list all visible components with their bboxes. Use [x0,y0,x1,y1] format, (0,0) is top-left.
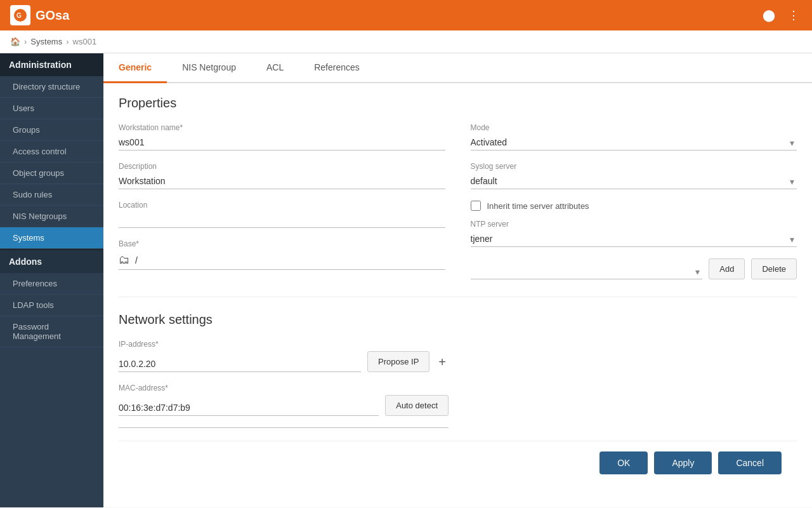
ntp-select-wrapper: tjener none [471,231,797,247]
mac-label: MAC-address* [119,384,449,392]
syslog-group: Syslog server default none [471,162,797,189]
topbar-actions: ⬤ ⋮ [760,6,802,25]
mac-group: MAC-address* Auto detect [119,384,449,416]
properties-grid: Workstation name* Description Location B… [119,123,797,281]
base-input[interactable] [135,255,445,265]
auto-detect-button[interactable]: Auto detect [385,395,449,416]
tab-nis-netgroup[interactable]: NIS Netgroup [167,53,251,83]
propose-ip-button[interactable]: Propose IP [367,351,429,372]
breadcrumb: 🏠 › Systems › ws001 [0,30,812,53]
sidebar-item-groups[interactable]: Groups [0,119,103,141]
tabs-bar: Generic NIS Netgroup ACL References [103,53,812,83]
tab-generic[interactable]: Generic [103,53,167,83]
sidebar-item-preferences[interactable]: Preferences [0,273,103,295]
sidebar-item-systems[interactable]: Systems [0,227,103,249]
network-form: IP-address* Propose IP + MAC-address* [119,340,449,428]
cancel-button[interactable]: Cancel [718,451,782,474]
ok-button[interactable]: OK [599,451,648,474]
workstation-name-label: Workstation name* [119,123,445,132]
mode-select[interactable]: Activated Locked Maintenance [471,135,797,150]
breadcrumb-current: ws001 [73,37,97,46]
location-group: Location [119,201,445,228]
ip-group: IP-address* Propose IP + [119,340,449,372]
description-input[interactable] [119,173,445,189]
add-button[interactable]: Add [709,258,745,279]
ip-input[interactable] [119,356,361,372]
description-group: Description [119,162,445,189]
sidebar-item-directory-structure[interactable]: Directory structure [0,76,103,98]
ip-input-wrap [119,356,361,372]
sidebar-section-addons: Addons [0,249,103,273]
add-ip-button[interactable]: + [436,352,449,372]
mac-input-wrap [119,400,379,416]
ntp-label: NTP server [471,220,797,229]
sidebar-section-administration: Administration [0,53,103,76]
description-label: Description [119,162,445,171]
base-label: Base* [119,239,445,248]
tab-references[interactable]: References [299,53,375,83]
footer-buttons: OK Apply Cancel [119,441,797,485]
syslog-select-wrapper: default none [471,173,797,189]
location-input[interactable] [119,212,445,228]
props-right-col: Mode Activated Locked Maintenance Syslog… [471,123,797,281]
sidebar-item-password-management[interactable]: Password Management [0,316,103,347]
sidebar-item-nis-netgroups[interactable]: NIS Netgroups [0,206,103,227]
ntp-select[interactable]: tjener none [471,231,797,247]
breadcrumb-sep2: › [66,37,69,46]
properties-title: Properties [119,96,797,110]
menu-button[interactable]: ⋮ [785,6,802,25]
sidebar: Administration Directory structure Users… [0,53,103,507]
breadcrumb-sep1: › [24,37,27,46]
ntp-group: NTP server tjener none [471,220,797,247]
ntp-empty-select-wrap [471,264,703,279]
mode-label: Mode [471,123,797,132]
ip-label: IP-address* [119,340,449,349]
sidebar-item-object-groups[interactable]: Object groups [0,163,103,184]
syslog-label: Syslog server [471,162,797,171]
delete-button[interactable]: Delete [751,258,797,279]
tab-acl[interactable]: ACL [251,53,299,83]
mode-select-wrapper: Activated Locked Maintenance [471,135,797,150]
mac-input[interactable] [119,400,379,416]
mode-group: Mode Activated Locked Maintenance [471,123,797,150]
topbar: G GOsa ⬤ ⋮ [0,0,812,30]
network-title: Network settings [119,312,797,327]
base-folder-icon: 🗂 [119,253,130,267]
ntp-empty-select[interactable] [471,264,703,279]
content-area: Properties Workstation name* Description… [103,83,812,497]
section-divider [119,297,797,297]
logo-icon: G [10,5,30,25]
app-name: GOsa [36,8,69,23]
sidebar-item-access-control[interactable]: Access control [0,141,103,163]
breadcrumb-systems[interactable]: Systems [30,37,62,46]
base-group: Base* 🗂 [119,239,445,270]
theme-toggle-button[interactable]: ⬤ [760,6,778,25]
workstation-name-group: Workstation name* [119,123,445,150]
sidebar-item-sudo-rules[interactable]: Sudo rules [0,184,103,206]
sidebar-item-ldap-tools[interactable]: LDAP tools [0,295,103,316]
inherit-time-row: Inherit time server attributes [471,201,797,211]
mac-row: Auto detect [119,395,449,416]
inherit-time-checkbox[interactable] [471,201,481,211]
location-label: Location [119,201,445,210]
app-logo: G GOsa [10,5,69,25]
syslog-select[interactable]: default none [471,173,797,189]
props-left-col: Workstation name* Description Location B… [119,123,445,281]
ntp-action-row: Add Delete [471,258,797,279]
apply-button[interactable]: Apply [654,451,712,474]
main-layout: Administration Directory structure Users… [0,53,812,507]
ip-row: Propose IP + [119,351,449,372]
inherit-time-label: Inherit time server attributes [487,201,589,211]
base-field: 🗂 [119,251,445,270]
workstation-name-input[interactable] [119,135,445,150]
breadcrumb-home[interactable]: 🏠 [10,37,20,46]
main-content: Generic NIS Netgroup ACL References Prop… [103,53,812,507]
svg-text:G: G [16,12,22,19]
sidebar-item-users[interactable]: Users [0,98,103,119]
